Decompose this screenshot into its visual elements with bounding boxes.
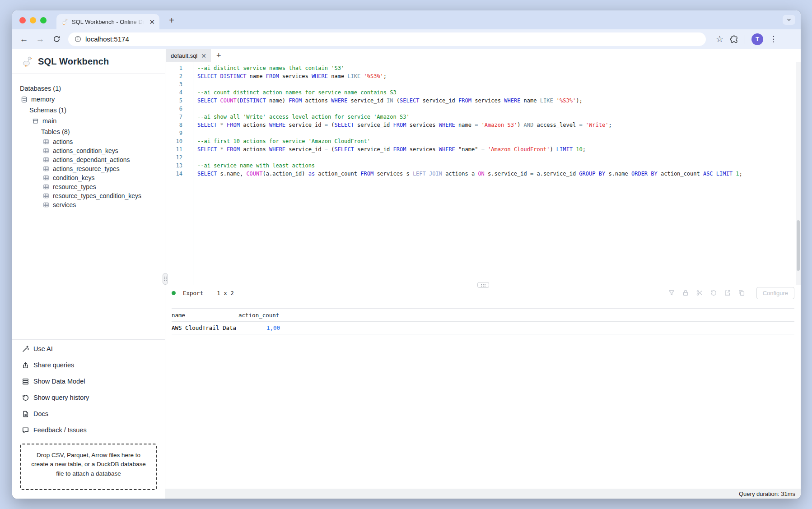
minimize-window-button[interactable] — [30, 17, 36, 23]
column-header-name[interactable]: name — [172, 309, 238, 321]
menu-item-show-data-model[interactable]: Show Data Model — [12, 373, 165, 389]
table-icon — [43, 193, 49, 199]
line-number: 8 — [165, 121, 193, 129]
code-line[interactable]: SELECT DISTINCT name FROM services WHERE… — [197, 72, 801, 80]
profile-avatar[interactable]: T — [751, 33, 763, 45]
menu-item-docs[interactable]: Docs — [12, 406, 165, 422]
editor-tab-default-sql[interactable]: default.sql ✕ — [166, 49, 211, 62]
tree-database-memory[interactable]: memory — [12, 94, 165, 105]
code-line[interactable]: --ai service name with least actions — [197, 162, 801, 170]
line-number: 1 — [165, 64, 193, 72]
code-line[interactable] — [197, 105, 801, 113]
editor-scrollbar — [796, 62, 801, 285]
code-line[interactable]: SELECT s.name, COUNT(a.action_id) as act… — [197, 170, 801, 178]
tab-search-button[interactable] — [783, 15, 795, 25]
editor-tab-close-icon[interactable]: ✕ — [201, 52, 206, 60]
export-button[interactable]: Export — [183, 290, 203, 296]
table-row[interactable]: AWS CloudTrail Data 1,00 — [172, 322, 794, 334]
code-line[interactable]: --ai show all 'Write' access level actio… — [197, 113, 801, 121]
new-query-tab-button[interactable]: + — [216, 51, 221, 60]
code-line[interactable] — [197, 80, 801, 88]
cell-action-count: 1,00 — [238, 322, 284, 334]
site-info-icon[interactable] — [75, 36, 81, 42]
tree-table-actions_dependant_actions[interactable]: actions_dependant_actions — [12, 155, 165, 164]
code-line[interactable]: SELECT * FROM actions WHERE service_id =… — [197, 121, 801, 129]
line-number: 3 — [165, 80, 193, 88]
menu-item-share-queries[interactable]: Share queries — [12, 357, 165, 373]
undo-icon[interactable] — [710, 289, 717, 296]
tab-close-icon[interactable]: ✕ — [149, 19, 155, 25]
file-dropzone[interactable]: Drop CSV, Parquet, Arrow files here to c… — [20, 444, 157, 490]
menu-item-feedback[interactable]: Feedback / Issues — [12, 422, 165, 438]
tree-schemas-label[interactable]: Schemas (1) — [12, 105, 165, 116]
code-line[interactable]: SELECT * FROM actions WHERE service_id =… — [197, 145, 801, 153]
result-dimensions: 1 x 2 — [217, 290, 234, 296]
sql-editor[interactable]: 1234567891011121314 --ai distinct servic… — [165, 62, 801, 285]
open-external-icon[interactable] — [724, 289, 731, 296]
table-icon — [43, 148, 49, 154]
browser-menu-button[interactable]: ⋮ — [770, 34, 777, 44]
line-number: 9 — [165, 129, 193, 137]
url-bar[interactable]: localhost:5174 — [68, 32, 706, 46]
line-number: 14 — [165, 170, 193, 178]
tree-table-condition_keys[interactable]: condition_keys — [12, 173, 165, 182]
browser-window: SQL Workbench - Online Data ✕ + ← → loca — [12, 10, 801, 499]
configure-button[interactable]: Configure — [756, 287, 794, 299]
document-icon — [22, 410, 29, 418]
reload-button[interactable] — [50, 35, 63, 43]
code-line[interactable] — [197, 129, 801, 137]
tree-table-actions[interactable]: actions — [12, 137, 165, 146]
tab-title: SQL Workbench - Online Data — [72, 19, 144, 25]
menu-item-show-query-history[interactable]: Show query history — [12, 389, 165, 406]
tree-schema-main[interactable]: main — [12, 116, 165, 126]
sidebar: SQL Workbench Databases (1) memory Schem… — [12, 49, 165, 499]
line-number: 12 — [165, 153, 193, 162]
editor-gutter: 1234567891011121314 — [165, 62, 193, 285]
tree-table-resource_types[interactable]: resource_types — [12, 182, 165, 191]
new-tab-button[interactable]: + — [166, 15, 177, 26]
column-header-action-count[interactable]: action_count — [238, 309, 284, 321]
editor-tabbar: default.sql ✕ + — [165, 49, 801, 62]
filter-icon[interactable] — [668, 289, 675, 296]
magic-wand-icon — [22, 345, 29, 353]
sidebar-resize-handle[interactable] — [163, 273, 168, 285]
code-line[interactable] — [197, 153, 801, 162]
panel-resize-handle[interactable] — [477, 282, 489, 288]
status-bar: Query duration: 31ms — [165, 489, 801, 499]
table-icon — [43, 157, 49, 163]
lock-icon[interactable] — [682, 289, 689, 296]
scrollbar-thumb[interactable] — [797, 220, 800, 271]
data-model-icon — [22, 378, 29, 385]
code-line[interactable]: --ai distinct service names that contain… — [197, 64, 801, 72]
line-number: 13 — [165, 162, 193, 170]
goose-favicon-icon — [61, 18, 68, 25]
database-tree: Databases (1) memory Schemas (1) — [12, 74, 165, 209]
line-number: 2 — [165, 72, 193, 80]
code-line[interactable]: --ai first 10 actions for service 'Amazo… — [197, 137, 801, 145]
tree-table-resource_types_condition_keys[interactable]: resource_types_condition_keys — [12, 191, 165, 200]
tree-tables-label[interactable]: Tables (8) — [12, 126, 165, 137]
tree-table-actions_resource_types[interactable]: actions_resource_types — [12, 164, 165, 173]
tables-list: actionsactions_condition_keysactions_dep… — [12, 137, 165, 209]
bookmark-star-icon[interactable]: ☆ — [716, 34, 723, 44]
back-button[interactable]: ← — [18, 34, 30, 44]
copy-icon[interactable] — [738, 289, 745, 296]
tree-table-actions_condition_keys[interactable]: actions_condition_keys — [12, 146, 165, 155]
cut-icon[interactable] — [696, 289, 703, 296]
extensions-icon[interactable] — [730, 35, 738, 43]
query-duration: Query duration: 31ms — [739, 490, 795, 497]
code-line[interactable]: --ai count distinct action names for ser… — [197, 88, 801, 97]
table-icon — [43, 202, 49, 208]
tree-table-services[interactable]: services — [12, 200, 165, 209]
status-dot — [172, 291, 176, 295]
tree-databases-label[interactable]: Databases (1) — [12, 83, 165, 94]
forward-button[interactable]: → — [34, 34, 47, 44]
browser-tab[interactable]: SQL Workbench - Online Data ✕ — [56, 14, 159, 29]
close-window-button[interactable] — [19, 17, 26, 23]
menu-item-use-ai[interactable]: Use AI — [12, 341, 165, 357]
code-line[interactable]: SELECT COUNT(DISTINCT name) FROM actions… — [197, 97, 801, 105]
app-header: SQL Workbench — [12, 49, 165, 74]
editor-code[interactable]: --ai distinct service names that contain… — [193, 62, 801, 285]
maximize-window-button[interactable] — [40, 17, 47, 23]
cell-name: AWS CloudTrail Data — [172, 322, 238, 334]
